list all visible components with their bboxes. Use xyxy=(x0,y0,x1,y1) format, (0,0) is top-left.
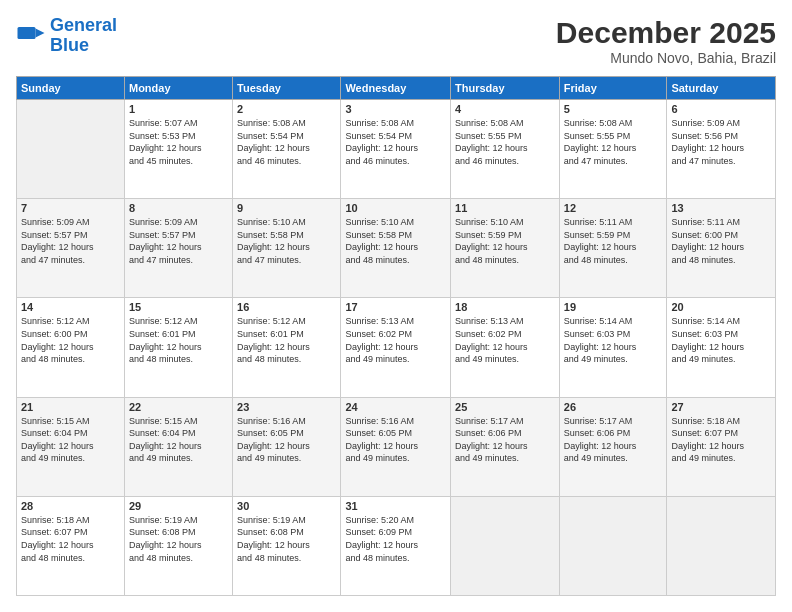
day-cell: 25Sunrise: 5:17 AM Sunset: 6:06 PM Dayli… xyxy=(451,397,560,496)
day-number: 9 xyxy=(237,202,336,214)
day-info: Sunrise: 5:17 AM Sunset: 6:06 PM Dayligh… xyxy=(564,415,663,465)
day-number: 7 xyxy=(21,202,120,214)
day-number: 29 xyxy=(129,500,228,512)
day-info: Sunrise: 5:10 AM Sunset: 5:58 PM Dayligh… xyxy=(345,216,446,266)
day-info: Sunrise: 5:18 AM Sunset: 6:07 PM Dayligh… xyxy=(21,514,120,564)
week-row-5: 28Sunrise: 5:18 AM Sunset: 6:07 PM Dayli… xyxy=(17,496,776,595)
day-info: Sunrise: 5:09 AM Sunset: 5:57 PM Dayligh… xyxy=(21,216,120,266)
day-cell xyxy=(451,496,560,595)
month-title: December 2025 xyxy=(556,16,776,50)
day-info: Sunrise: 5:08 AM Sunset: 5:55 PM Dayligh… xyxy=(455,117,555,167)
day-cell: 11Sunrise: 5:10 AM Sunset: 5:59 PM Dayli… xyxy=(451,199,560,298)
day-number: 20 xyxy=(671,301,771,313)
day-cell: 29Sunrise: 5:19 AM Sunset: 6:08 PM Dayli… xyxy=(124,496,232,595)
day-number: 24 xyxy=(345,401,446,413)
day-cell: 19Sunrise: 5:14 AM Sunset: 6:03 PM Dayli… xyxy=(559,298,667,397)
day-number: 10 xyxy=(345,202,446,214)
weekday-thursday: Thursday xyxy=(451,77,560,100)
day-cell: 3Sunrise: 5:08 AM Sunset: 5:54 PM Daylig… xyxy=(341,100,451,199)
svg-rect-0 xyxy=(18,27,36,39)
day-cell: 28Sunrise: 5:18 AM Sunset: 6:07 PM Dayli… xyxy=(17,496,125,595)
day-cell: 5Sunrise: 5:08 AM Sunset: 5:55 PM Daylig… xyxy=(559,100,667,199)
day-info: Sunrise: 5:16 AM Sunset: 6:05 PM Dayligh… xyxy=(237,415,336,465)
day-number: 22 xyxy=(129,401,228,413)
day-info: Sunrise: 5:12 AM Sunset: 6:00 PM Dayligh… xyxy=(21,315,120,365)
day-cell: 20Sunrise: 5:14 AM Sunset: 6:03 PM Dayli… xyxy=(667,298,776,397)
day-number: 26 xyxy=(564,401,663,413)
day-cell: 23Sunrise: 5:16 AM Sunset: 6:05 PM Dayli… xyxy=(233,397,341,496)
day-number: 3 xyxy=(345,103,446,115)
weekday-sunday: Sunday xyxy=(17,77,125,100)
day-cell: 18Sunrise: 5:13 AM Sunset: 6:02 PM Dayli… xyxy=(451,298,560,397)
logo: General Blue xyxy=(16,16,117,56)
day-number: 12 xyxy=(564,202,663,214)
day-cell: 31Sunrise: 5:20 AM Sunset: 6:09 PM Dayli… xyxy=(341,496,451,595)
day-cell xyxy=(559,496,667,595)
day-number: 31 xyxy=(345,500,446,512)
day-cell: 4Sunrise: 5:08 AM Sunset: 5:55 PM Daylig… xyxy=(451,100,560,199)
day-info: Sunrise: 5:14 AM Sunset: 6:03 PM Dayligh… xyxy=(671,315,771,365)
weekday-wednesday: Wednesday xyxy=(341,77,451,100)
day-info: Sunrise: 5:15 AM Sunset: 6:04 PM Dayligh… xyxy=(129,415,228,465)
day-number: 18 xyxy=(455,301,555,313)
day-number: 23 xyxy=(237,401,336,413)
day-number: 13 xyxy=(671,202,771,214)
day-info: Sunrise: 5:13 AM Sunset: 6:02 PM Dayligh… xyxy=(345,315,446,365)
day-number: 1 xyxy=(129,103,228,115)
day-number: 4 xyxy=(455,103,555,115)
logo-general: General xyxy=(50,15,117,35)
day-info: Sunrise: 5:20 AM Sunset: 6:09 PM Dayligh… xyxy=(345,514,446,564)
day-number: 17 xyxy=(345,301,446,313)
day-info: Sunrise: 5:14 AM Sunset: 6:03 PM Dayligh… xyxy=(564,315,663,365)
day-info: Sunrise: 5:10 AM Sunset: 5:59 PM Dayligh… xyxy=(455,216,555,266)
day-cell: 27Sunrise: 5:18 AM Sunset: 6:07 PM Dayli… xyxy=(667,397,776,496)
day-info: Sunrise: 5:17 AM Sunset: 6:06 PM Dayligh… xyxy=(455,415,555,465)
day-info: Sunrise: 5:12 AM Sunset: 6:01 PM Dayligh… xyxy=(237,315,336,365)
day-info: Sunrise: 5:19 AM Sunset: 6:08 PM Dayligh… xyxy=(129,514,228,564)
day-cell: 6Sunrise: 5:09 AM Sunset: 5:56 PM Daylig… xyxy=(667,100,776,199)
day-cell: 12Sunrise: 5:11 AM Sunset: 5:59 PM Dayli… xyxy=(559,199,667,298)
day-cell: 22Sunrise: 5:15 AM Sunset: 6:04 PM Dayli… xyxy=(124,397,232,496)
day-info: Sunrise: 5:11 AM Sunset: 5:59 PM Dayligh… xyxy=(564,216,663,266)
svg-marker-1 xyxy=(36,28,45,37)
day-cell: 16Sunrise: 5:12 AM Sunset: 6:01 PM Dayli… xyxy=(233,298,341,397)
location: Mundo Novo, Bahia, Brazil xyxy=(556,50,776,66)
week-row-2: 7Sunrise: 5:09 AM Sunset: 5:57 PM Daylig… xyxy=(17,199,776,298)
day-number: 21 xyxy=(21,401,120,413)
day-number: 25 xyxy=(455,401,555,413)
day-cell: 13Sunrise: 5:11 AM Sunset: 6:00 PM Dayli… xyxy=(667,199,776,298)
day-number: 30 xyxy=(237,500,336,512)
week-row-1: 1Sunrise: 5:07 AM Sunset: 5:53 PM Daylig… xyxy=(17,100,776,199)
page: General Blue December 2025 Mundo Novo, B… xyxy=(0,0,792,612)
logo-blue: Blue xyxy=(50,35,89,55)
day-info: Sunrise: 5:11 AM Sunset: 6:00 PM Dayligh… xyxy=(671,216,771,266)
day-cell: 30Sunrise: 5:19 AM Sunset: 6:08 PM Dayli… xyxy=(233,496,341,595)
day-number: 27 xyxy=(671,401,771,413)
day-number: 11 xyxy=(455,202,555,214)
day-cell: 10Sunrise: 5:10 AM Sunset: 5:58 PM Dayli… xyxy=(341,199,451,298)
day-cell: 1Sunrise: 5:07 AM Sunset: 5:53 PM Daylig… xyxy=(124,100,232,199)
week-row-4: 21Sunrise: 5:15 AM Sunset: 6:04 PM Dayli… xyxy=(17,397,776,496)
day-number: 5 xyxy=(564,103,663,115)
day-number: 19 xyxy=(564,301,663,313)
day-cell: 21Sunrise: 5:15 AM Sunset: 6:04 PM Dayli… xyxy=(17,397,125,496)
weekday-monday: Monday xyxy=(124,77,232,100)
weekday-saturday: Saturday xyxy=(667,77,776,100)
day-cell xyxy=(667,496,776,595)
calendar-table: SundayMondayTuesdayWednesdayThursdayFrid… xyxy=(16,76,776,596)
day-number: 14 xyxy=(21,301,120,313)
day-number: 2 xyxy=(237,103,336,115)
day-cell: 14Sunrise: 5:12 AM Sunset: 6:00 PM Dayli… xyxy=(17,298,125,397)
day-info: Sunrise: 5:15 AM Sunset: 6:04 PM Dayligh… xyxy=(21,415,120,465)
day-cell: 9Sunrise: 5:10 AM Sunset: 5:58 PM Daylig… xyxy=(233,199,341,298)
day-number: 6 xyxy=(671,103,771,115)
day-cell: 24Sunrise: 5:16 AM Sunset: 6:05 PM Dayli… xyxy=(341,397,451,496)
day-info: Sunrise: 5:16 AM Sunset: 6:05 PM Dayligh… xyxy=(345,415,446,465)
day-info: Sunrise: 5:08 AM Sunset: 5:54 PM Dayligh… xyxy=(345,117,446,167)
day-info: Sunrise: 5:07 AM Sunset: 5:53 PM Dayligh… xyxy=(129,117,228,167)
day-info: Sunrise: 5:10 AM Sunset: 5:58 PM Dayligh… xyxy=(237,216,336,266)
day-number: 15 xyxy=(129,301,228,313)
day-cell: 15Sunrise: 5:12 AM Sunset: 6:01 PM Dayli… xyxy=(124,298,232,397)
day-info: Sunrise: 5:09 AM Sunset: 5:57 PM Dayligh… xyxy=(129,216,228,266)
logo-icon xyxy=(16,21,46,51)
